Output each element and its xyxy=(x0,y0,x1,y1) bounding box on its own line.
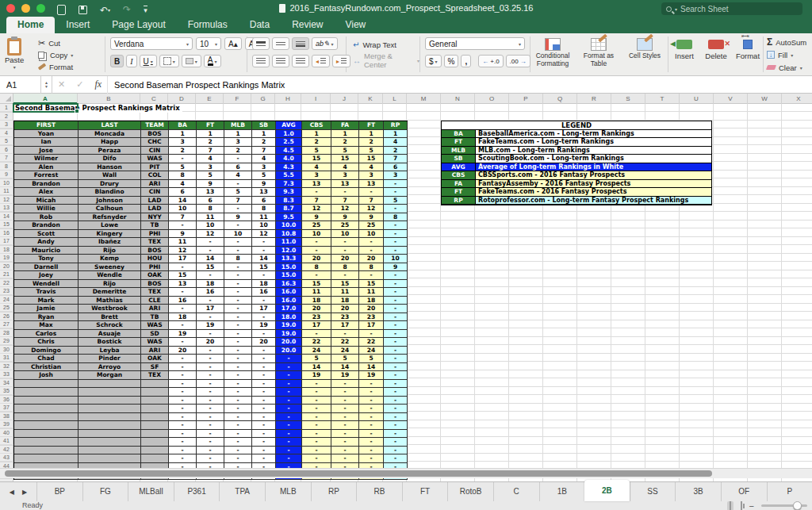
cell[interactable]: - xyxy=(169,338,197,347)
formula-content[interactable]: Second Baseman Prospect Rankings Matrix xyxy=(107,76,812,94)
cell[interactable]: Ian xyxy=(14,138,79,147)
cell[interactable]: - xyxy=(197,447,224,455)
cell[interactable]: 5 xyxy=(224,188,252,197)
cell[interactable]: 5 xyxy=(169,163,197,172)
cell[interactable]: - xyxy=(384,221,408,230)
decrease-indent-button[interactable]: ◂ xyxy=(312,55,330,67)
underline-button[interactable]: U▾ xyxy=(140,55,157,67)
cell[interactable]: - xyxy=(331,247,359,255)
cell[interactable]: Chris xyxy=(14,338,79,347)
cell[interactable]: 10 xyxy=(169,205,197,213)
cell[interactable] xyxy=(141,388,169,397)
cell[interactable]: PHI xyxy=(141,263,169,272)
cell[interactable]: 17 xyxy=(359,321,384,330)
column-header-V[interactable]: V xyxy=(714,94,748,104)
cell[interactable]: - xyxy=(384,230,408,239)
select-all-corner[interactable] xyxy=(0,94,13,104)
cell[interactable]: 14 xyxy=(197,255,224,263)
cell[interactable]: - xyxy=(197,421,224,430)
cell[interactable] xyxy=(141,447,169,455)
cell[interactable]: 7 xyxy=(224,197,252,205)
cell[interactable]: 20 xyxy=(331,255,359,263)
cell[interactable]: 20 xyxy=(359,305,384,313)
cell[interactable]: 18 xyxy=(197,280,224,289)
cell[interactable]: 5 xyxy=(359,147,384,155)
cell[interactable]: - xyxy=(197,247,224,255)
cell[interactable]: - xyxy=(276,363,302,372)
cell[interactable]: ARI xyxy=(141,347,169,355)
comma-format-button[interactable]: , xyxy=(461,55,471,67)
ribbon-tab-formulas[interactable]: Formulas xyxy=(177,17,239,33)
cell[interactable]: - xyxy=(359,454,384,463)
column-header-Q[interactable]: Q xyxy=(543,94,577,104)
cell[interactable]: - xyxy=(252,355,276,363)
cell[interactable]: 8.3 xyxy=(276,197,302,205)
table-header-cell[interactable]: SB xyxy=(252,121,276,130)
cell[interactable]: - xyxy=(359,447,384,455)
table-header-cell[interactable]: LAST xyxy=(79,121,141,130)
cell[interactable]: Moncada xyxy=(79,130,141,139)
cell[interactable]: - xyxy=(276,371,302,380)
cell[interactable]: Peraza xyxy=(79,147,141,155)
cell[interactable]: - xyxy=(169,263,197,272)
cell[interactable]: 14 xyxy=(302,363,331,372)
cell[interactable]: - xyxy=(252,347,276,355)
cell[interactable]: COL xyxy=(141,171,169,180)
zoom-slider-handle[interactable] xyxy=(793,501,802,510)
cell[interactable]: - xyxy=(197,238,224,247)
cell[interactable]: Alen xyxy=(14,163,79,172)
cell[interactable]: Darnell xyxy=(14,263,79,272)
cell[interactable]: 19 xyxy=(331,371,359,380)
cell[interactable]: - xyxy=(252,388,276,397)
column-header-J[interactable]: J xyxy=(331,94,358,104)
cell[interactable]: Christian xyxy=(14,363,79,372)
cell[interactable]: 20 xyxy=(331,305,359,313)
cell[interactable]: 1 xyxy=(331,130,359,139)
ribbon-tab-review[interactable]: Review xyxy=(281,17,334,33)
cell[interactable]: - xyxy=(169,221,197,230)
cell[interactable]: 5 xyxy=(331,355,359,363)
cell[interactable]: - xyxy=(359,438,384,447)
cell[interactable]: Difo xyxy=(79,155,141,163)
cell[interactable]: - xyxy=(384,338,408,347)
cell[interactable]: 4.5 xyxy=(276,147,302,155)
cell[interactable]: - xyxy=(252,430,276,439)
cell[interactable]: 9 xyxy=(197,180,224,189)
cell[interactable]: 4 xyxy=(224,171,252,180)
ribbon-tab-view[interactable]: View xyxy=(334,17,377,33)
cell[interactable]: 20 xyxy=(359,255,384,263)
fill-color-button[interactable]: ▾ xyxy=(182,55,201,67)
cell[interactable]: - xyxy=(384,405,408,413)
cell[interactable]: 17 xyxy=(302,321,331,330)
cell[interactable]: - xyxy=(302,271,331,280)
sheet-tab-c[interactable]: C xyxy=(493,482,539,501)
cell[interactable]: - xyxy=(302,380,331,389)
cell[interactable]: - xyxy=(224,238,252,247)
align-center-button[interactable] xyxy=(272,55,289,67)
cell[interactable]: - xyxy=(197,454,224,463)
table-header-cell[interactable]: BA xyxy=(169,121,197,130)
cell[interactable]: Rob xyxy=(14,213,79,222)
cell[interactable] xyxy=(79,447,141,455)
cell[interactable]: - xyxy=(276,413,302,422)
cell[interactable]: 2 xyxy=(197,138,224,147)
cell[interactable]: Micah xyxy=(14,197,79,205)
cell[interactable]: 14 xyxy=(252,255,276,263)
cell[interactable] xyxy=(79,388,141,397)
cell[interactable]: - xyxy=(197,413,224,422)
cell[interactable]: 19 xyxy=(197,321,224,330)
cell[interactable]: - xyxy=(302,238,331,247)
cell[interactable]: - xyxy=(384,421,408,430)
cell[interactable]: Wendell xyxy=(14,280,79,289)
cell[interactable]: Refsnyder xyxy=(79,213,141,222)
cell[interactable]: Domingo xyxy=(14,347,79,355)
cell[interactable]: 18 xyxy=(302,297,331,305)
cell[interactable]: Happ xyxy=(79,138,141,147)
cell[interactable]: - xyxy=(331,413,359,422)
cell[interactable]: - xyxy=(197,438,224,447)
cell[interactable]: CHC xyxy=(141,138,169,147)
cell[interactable] xyxy=(141,430,169,439)
cell[interactable]: 13 xyxy=(169,280,197,289)
cell[interactable]: 7 xyxy=(252,147,276,155)
cell[interactable]: Ryan xyxy=(14,313,79,322)
